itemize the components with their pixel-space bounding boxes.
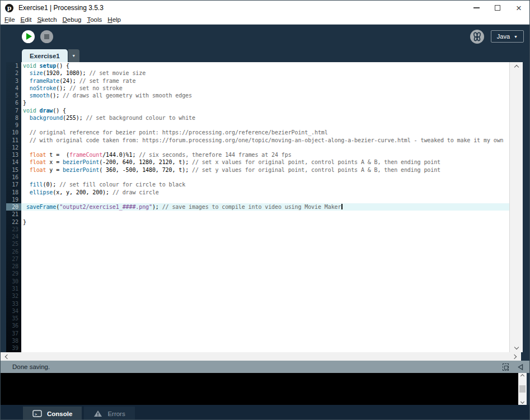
code-line[interactable]: 39 <box>6 344 523 352</box>
editor-rows: 1void setup() {2 size(1920, 1080); // se… <box>6 62 523 352</box>
scrollbar-thumb[interactable] <box>519 385 526 393</box>
copy-error-icon[interactable] <box>503 363 509 371</box>
warning-icon <box>93 410 102 417</box>
code-line[interactable]: 15 float y = bezierPoint( 360, -500, 148… <box>6 166 523 174</box>
line-number: 5 <box>6 92 21 99</box>
code-line[interactable]: 12 <box>6 144 523 151</box>
code-line[interactable]: 38 <box>6 337 523 344</box>
editor-vertical-scrollbar[interactable] <box>509 62 523 352</box>
line-number: 39 <box>6 344 21 352</box>
code-line[interactable]: 5 smooth(); // draws all geometry with s… <box>6 92 523 99</box>
menu-file[interactable]: File <box>2 16 18 23</box>
line-number: 20 <box>6 203 21 211</box>
code-line[interactable]: 17 fill(0); // set fill colour for circl… <box>6 181 523 188</box>
editor-horizontal-scrollbar[interactable] <box>1 352 521 361</box>
code-line[interactable]: 7void draw() { <box>6 107 523 114</box>
chevron-down-icon: ▼ <box>514 35 518 39</box>
collapse-console-icon[interactable] <box>517 363 524 371</box>
code-text <box>21 292 523 300</box>
code-line[interactable]: 18 ellipse(x, y, 200, 200); // draw circ… <box>6 189 523 196</box>
code-line[interactable]: 22} <box>6 218 523 226</box>
code-text: float x = bezierPoint(-200, 640, 1280, 2… <box>21 158 523 166</box>
minimize-button[interactable] <box>466 1 487 15</box>
line-number: 27 <box>6 255 21 263</box>
line-number: 25 <box>6 240 21 248</box>
code-line[interactable]: 10 // original reference for bezier poin… <box>6 129 523 136</box>
console-scrollbar[interactable] <box>518 373 527 405</box>
tab-errors[interactable]: Errors <box>84 407 134 420</box>
code-text <box>21 285 523 292</box>
code-line[interactable]: 27 <box>6 255 523 263</box>
menu-bar: FileEditSketchDebugToolsHelp <box>1 15 529 25</box>
code-line[interactable]: 4 noStroke(); // set no stroke <box>6 85 523 92</box>
code-line[interactable]: 2 size(1920, 1080); // set movie size <box>6 69 523 77</box>
line-number: 10 <box>6 129 21 136</box>
code-line[interactable]: 14 float x = bezierPoint(-200, 640, 1280… <box>6 158 523 166</box>
code-line[interactable]: 8 background(255); // set background col… <box>6 114 523 122</box>
code-line[interactable]: 20 saveFrame("output2/exercise1_####.png… <box>6 203 523 211</box>
code-line[interactable]: 25 <box>6 240 523 248</box>
scroll-up-icon <box>520 374 524 378</box>
close-button[interactable]: × <box>508 1 529 15</box>
mode-selector[interactable]: Java ▼ <box>491 30 524 43</box>
code-text: fill(0); // set fill colour for circle t… <box>21 181 523 188</box>
code-line[interactable]: 30 <box>6 278 523 285</box>
code-line[interactable]: 16 <box>6 174 523 181</box>
tab-exercise1[interactable]: Exercise1 <box>22 49 68 62</box>
code-line[interactable]: 3 frameRate(24); // set frame rate <box>6 77 523 85</box>
code-line[interactable]: 13 float t = (frameCount/144.0)%1; // si… <box>6 151 523 158</box>
code-line[interactable]: 11 // with original code taken from: htt… <box>6 137 523 144</box>
maximize-button[interactable] <box>487 1 508 15</box>
code-editor[interactable]: 1void setup() {2 size(1920, 1080); // se… <box>6 62 523 352</box>
code-text: // original reference for bezier point: … <box>21 129 523 136</box>
tab-console[interactable]: >_Console <box>23 407 82 420</box>
code-text: float y = bezierPoint( 360, -500, 1480, … <box>21 166 523 174</box>
tab-menu-button[interactable]: ▼ <box>68 49 79 62</box>
code-line[interactable]: 1void setup() { <box>6 62 523 69</box>
menu-sketch[interactable]: Sketch <box>34 16 59 23</box>
line-number: 3 <box>6 77 21 85</box>
menu-help[interactable]: Help <box>105 16 124 23</box>
line-number: 16 <box>6 174 21 181</box>
code-line[interactable]: 31 <box>6 285 523 292</box>
code-line[interactable]: 36 <box>6 322 523 329</box>
scroll-down-icon <box>520 400 524 404</box>
line-number: 32 <box>6 292 21 300</box>
line-number: 23 <box>6 226 21 233</box>
line-number: 15 <box>6 166 21 174</box>
menu-tools[interactable]: Tools <box>84 16 105 23</box>
code-line[interactable]: 34 <box>6 307 523 315</box>
code-line[interactable]: 37 <box>6 330 523 337</box>
menu-debug[interactable]: Debug <box>60 16 85 23</box>
code-line[interactable]: 6} <box>6 99 523 106</box>
code-line[interactable]: 21 <box>6 211 523 218</box>
run-button[interactable] <box>22 30 35 43</box>
code-line[interactable]: 28 <box>6 263 523 270</box>
line-number: 29 <box>6 270 21 277</box>
line-number: 30 <box>6 278 21 285</box>
code-text: frameRate(24); // set frame rate <box>21 77 523 85</box>
code-line[interactable]: 24 <box>6 233 523 240</box>
code-line[interactable]: 29 <box>6 270 523 277</box>
code-text: void setup() { <box>21 62 523 69</box>
processing-logo-icon: p <box>5 4 13 12</box>
console-output[interactable] <box>1 373 518 405</box>
title-bar: p Exercise1 | Processing 3.5.3 × <box>1 1 529 15</box>
code-line[interactable]: 32 <box>6 292 523 300</box>
code-line[interactable]: 26 <box>6 248 523 255</box>
code-line[interactable]: 19 <box>6 196 523 203</box>
code-line[interactable]: 33 <box>6 300 523 307</box>
code-line[interactable]: 23 <box>6 226 523 233</box>
code-text <box>21 344 523 352</box>
menu-edit[interactable]: Edit <box>18 16 35 23</box>
line-number: 18 <box>6 189 21 196</box>
scroll-down-icon <box>514 345 518 349</box>
mode-label: Java <box>497 33 510 40</box>
stop-button[interactable] <box>40 30 53 43</box>
play-icon <box>26 33 32 40</box>
line-number: 4 <box>6 85 21 92</box>
code-line[interactable]: 35 <box>6 315 523 322</box>
debug-button[interactable] <box>470 30 484 44</box>
code-line[interactable]: 9 <box>6 122 523 129</box>
stop-icon <box>44 34 49 39</box>
